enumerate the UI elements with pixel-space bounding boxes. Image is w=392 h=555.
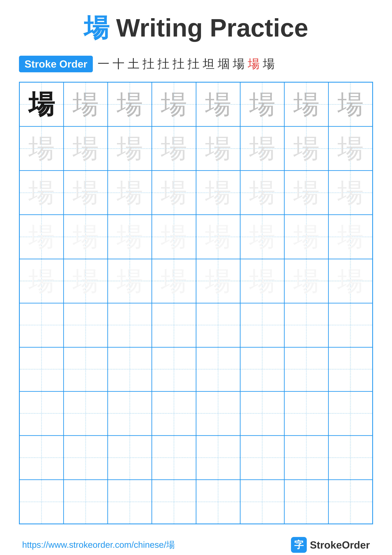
cell-8-7[interactable] xyxy=(284,391,328,436)
cell-3-3[interactable]: 場 xyxy=(108,171,152,215)
cell-9-6[interactable] xyxy=(240,436,284,480)
stroke-5: 扗 xyxy=(158,56,170,72)
cell-9-8[interactable] xyxy=(328,436,372,480)
cell-6-4[interactable] xyxy=(152,303,196,347)
cell-1-1[interactable]: 場 xyxy=(20,82,64,126)
cell-9-2[interactable] xyxy=(64,436,108,480)
cell-5-8[interactable]: 場 xyxy=(328,259,372,303)
cell-10-5[interactable] xyxy=(196,480,240,524)
char-2-7: 場 xyxy=(293,135,319,161)
cell-9-5[interactable] xyxy=(196,436,240,480)
cell-10-8[interactable] xyxy=(328,480,372,524)
grid-row-6 xyxy=(20,303,372,347)
char-4-5: 場 xyxy=(205,224,231,250)
cell-4-3[interactable]: 場 xyxy=(108,215,152,259)
cell-7-7[interactable] xyxy=(284,347,328,391)
grid-row-2: 場 場 場 場 場 場 場 場 xyxy=(20,126,372,171)
cell-5-6[interactable]: 場 xyxy=(240,259,284,303)
cell-2-2[interactable]: 場 xyxy=(64,126,108,171)
cell-7-8[interactable] xyxy=(328,347,372,391)
cell-10-6[interactable] xyxy=(240,480,284,524)
cell-4-6[interactable]: 場 xyxy=(240,215,284,259)
cell-1-6[interactable]: 場 xyxy=(240,82,284,126)
cell-2-4[interactable]: 場 xyxy=(152,126,196,171)
cell-8-4[interactable] xyxy=(152,391,196,436)
cell-3-1[interactable]: 場 xyxy=(20,171,64,215)
char-4-8: 場 xyxy=(337,224,363,250)
cell-6-2[interactable] xyxy=(64,303,108,347)
cell-1-4[interactable]: 場 xyxy=(152,82,196,126)
cell-6-3[interactable] xyxy=(108,303,152,347)
cell-7-4[interactable] xyxy=(152,347,196,391)
cell-6-5[interactable] xyxy=(196,303,240,347)
cell-2-5[interactable]: 場 xyxy=(196,126,240,171)
char-2-1: 場 xyxy=(29,135,55,161)
char-1-7: 場 xyxy=(293,91,319,117)
cell-5-5[interactable]: 場 xyxy=(196,259,240,303)
cell-1-3[interactable]: 場 xyxy=(108,82,152,126)
cell-5-3[interactable]: 場 xyxy=(108,259,152,303)
cell-9-4[interactable] xyxy=(152,436,196,480)
char-4-4: 場 xyxy=(161,224,187,250)
cell-7-5[interactable] xyxy=(196,347,240,391)
cell-10-4[interactable] xyxy=(152,480,196,524)
cell-8-8[interactable] xyxy=(328,391,372,436)
cell-7-2[interactable] xyxy=(64,347,108,391)
char-2-8: 場 xyxy=(337,135,363,161)
cell-3-7[interactable]: 場 xyxy=(284,171,328,215)
cell-10-1[interactable] xyxy=(20,480,64,524)
cell-3-6[interactable]: 場 xyxy=(240,171,284,215)
cell-8-6[interactable] xyxy=(240,391,284,436)
cell-4-8[interactable]: 場 xyxy=(328,215,372,259)
cell-7-6[interactable] xyxy=(240,347,284,391)
cell-6-6[interactable] xyxy=(240,303,284,347)
cell-4-4[interactable]: 場 xyxy=(152,215,196,259)
cell-3-8[interactable]: 場 xyxy=(328,171,372,215)
cell-1-5[interactable]: 場 xyxy=(196,82,240,126)
grid-row-7 xyxy=(20,347,372,391)
cell-5-4[interactable]: 場 xyxy=(152,259,196,303)
cell-1-2[interactable]: 場 xyxy=(64,82,108,126)
cell-8-5[interactable] xyxy=(196,391,240,436)
cell-8-2[interactable] xyxy=(64,391,108,436)
cell-10-3[interactable] xyxy=(108,480,152,524)
cell-6-1[interactable] xyxy=(20,303,64,347)
cell-3-4[interactable]: 場 xyxy=(152,171,196,215)
cell-10-7[interactable] xyxy=(284,480,328,524)
cell-8-1[interactable] xyxy=(20,391,64,436)
char-3-7: 場 xyxy=(293,180,319,206)
stroke-10: 場 xyxy=(233,56,245,72)
cell-6-8[interactable] xyxy=(328,303,372,347)
cell-2-3[interactable]: 場 xyxy=(108,126,152,171)
cell-4-1[interactable]: 場 xyxy=(20,215,64,259)
cell-3-5[interactable]: 場 xyxy=(196,171,240,215)
cell-2-6[interactable]: 場 xyxy=(240,126,284,171)
char-4-6: 場 xyxy=(249,224,275,250)
cell-4-5[interactable]: 場 xyxy=(196,215,240,259)
cell-9-7[interactable] xyxy=(284,436,328,480)
char-1-5: 場 xyxy=(205,91,231,117)
cell-4-7[interactable]: 場 xyxy=(284,215,328,259)
cell-4-2[interactable]: 場 xyxy=(64,215,108,259)
cell-2-8[interactable]: 場 xyxy=(328,126,372,171)
footer-url[interactable]: https://www.strokeorder.com/chinese/場 xyxy=(22,539,175,551)
char-1-1: 場 xyxy=(29,91,55,117)
cell-2-7[interactable]: 場 xyxy=(284,126,328,171)
cell-1-8[interactable]: 場 xyxy=(328,82,372,126)
cell-7-1[interactable] xyxy=(20,347,64,391)
brand-icon: 字 xyxy=(291,537,307,553)
cell-3-2[interactable]: 場 xyxy=(64,171,108,215)
cell-5-2[interactable]: 場 xyxy=(64,259,108,303)
cell-2-1[interactable]: 場 xyxy=(20,126,64,171)
cell-10-2[interactable] xyxy=(64,480,108,524)
grid-row-10 xyxy=(20,480,372,524)
cell-1-7[interactable]: 場 xyxy=(284,82,328,126)
cell-5-1[interactable]: 場 xyxy=(20,259,64,303)
cell-6-7[interactable] xyxy=(284,303,328,347)
cell-8-3[interactable] xyxy=(108,391,152,436)
cell-5-7[interactable]: 場 xyxy=(284,259,328,303)
stroke-9: 堌 xyxy=(218,56,230,72)
cell-9-1[interactable] xyxy=(20,436,64,480)
cell-7-3[interactable] xyxy=(108,347,152,391)
cell-9-3[interactable] xyxy=(108,436,152,480)
